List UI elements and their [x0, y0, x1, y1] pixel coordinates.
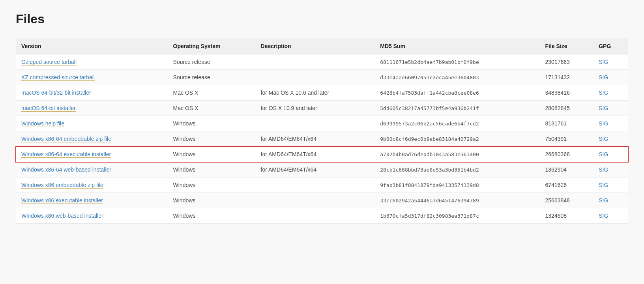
md5-cell: 28cb1c608bbd73ae8e53a3bd351b4bd2 — [374, 162, 539, 178]
gpg-cell[interactable]: SIG — [593, 70, 628, 85]
sig-link[interactable]: SIG — [599, 105, 608, 111]
os-cell: Windows — [168, 147, 255, 162]
md5-cell: 5dd605c38217a45773bf5e4a936b241f — [374, 101, 539, 116]
md5-cell: 9b00c8cf6d9ec0b9abe83184a40729a2 — [374, 131, 539, 147]
files-table: Version Operating System Description MD5… — [16, 38, 628, 224]
table-row: Windows x86 executable installerWindows3… — [16, 193, 628, 208]
sig-link[interactable]: SIG — [599, 59, 608, 65]
version-link[interactable]: macOS 64-bit installer — [21, 105, 76, 112]
sig-link[interactable]: SIG — [599, 213, 608, 219]
os-cell: Windows — [168, 162, 255, 178]
os-cell: Windows — [168, 178, 255, 193]
version-cell[interactable]: Windows x86 web-based installer — [16, 208, 168, 224]
version-link[interactable]: Windows help file — [21, 120, 64, 127]
md5-cell: 9fab3b81f8841879fda94133574139d8 — [374, 178, 539, 193]
sig-link[interactable]: SIG — [599, 136, 608, 142]
gpg-cell[interactable]: SIG — [593, 193, 628, 208]
sig-link[interactable]: SIG — [599, 182, 608, 188]
sig-link[interactable]: SIG — [599, 120, 608, 127]
col-description: Description — [255, 38, 375, 54]
gpg-cell[interactable]: SIG — [593, 131, 628, 147]
sig-link[interactable]: SIG — [599, 90, 608, 96]
table-row: XZ compressed source tarballSource relea… — [16, 70, 628, 85]
size-cell: 28082845 — [540, 101, 593, 116]
sig-link[interactable]: SIG — [599, 151, 608, 157]
version-link[interactable]: Windows x86 embeddable zip file — [21, 182, 103, 189]
col-gpg: GPG — [593, 38, 628, 54]
table-row: Windows help fileWindowsd63999573a2c06b2… — [16, 116, 628, 131]
gpg-cell[interactable]: SIG — [593, 162, 628, 178]
col-version: Version — [16, 38, 168, 54]
md5-cell: d63999573a2c06b2ac56cade6b4f7cd2 — [374, 116, 539, 131]
version-cell[interactable]: macOS 64-bit installer — [16, 101, 168, 116]
gpg-cell[interactable]: SIG — [593, 178, 628, 193]
md5-cell: 6428b4fa7583daff1a442cba8cee08e6 — [374, 85, 539, 101]
description-cell — [255, 116, 375, 131]
sig-link[interactable]: SIG — [599, 74, 608, 80]
gpg-cell[interactable]: SIG — [593, 208, 628, 224]
table-row: Windows x86 web-based installerWindows1b… — [16, 208, 628, 224]
os-cell: Source release — [168, 70, 255, 85]
description-cell: for AMD64/EM64T/x64 — [255, 147, 375, 162]
version-link[interactable]: Windows x86-64 executable installer — [21, 151, 111, 158]
version-cell[interactable]: Windows x86 embeddable zip file — [16, 178, 168, 193]
version-cell[interactable]: Windows help file — [16, 116, 168, 131]
os-cell: Windows — [168, 208, 255, 224]
version-cell[interactable]: Windows x86 executable installer — [16, 193, 168, 208]
description-cell — [255, 178, 375, 193]
size-cell: 34898416 — [540, 85, 593, 101]
md5-cell: d33e4aae66097051c2eca45ee3604803 — [374, 70, 539, 85]
md5-cell: 33cc602942a54446a3d6451476394789 — [374, 193, 539, 208]
description-cell: for OS X 10.9 and later — [255, 101, 375, 116]
table-body: Gzipped source tarballSource release6811… — [16, 54, 628, 224]
size-cell: 23017663 — [540, 54, 593, 70]
gpg-cell[interactable]: SIG — [593, 101, 628, 116]
table-row: Gzipped source tarballSource release6811… — [16, 54, 628, 70]
version-cell[interactable]: Windows x86-64 executable installer — [16, 147, 168, 162]
gpg-cell[interactable]: SIG — [593, 54, 628, 70]
col-size: File Size — [540, 38, 593, 54]
sig-link[interactable]: SIG — [599, 197, 608, 204]
size-cell: 1324608 — [540, 208, 593, 224]
table-header-row: Version Operating System Description MD5… — [16, 38, 628, 54]
version-link[interactable]: macOS 64-bit/32-bit installer — [21, 90, 91, 96]
md5-cell: 68111671e5b2db4aef7b9ab01bf0f9be — [374, 54, 539, 70]
col-os: Operating System — [168, 38, 255, 54]
version-link[interactable]: Windows x86-64 embeddable zip file — [21, 136, 111, 142]
os-cell: Source release — [168, 54, 255, 70]
size-cell: 1362904 — [540, 162, 593, 178]
size-cell: 25663848 — [540, 193, 593, 208]
version-cell[interactable]: XZ compressed source tarball — [16, 70, 168, 85]
description-cell: for Mac OS X 10.6 and later — [255, 85, 375, 101]
size-cell: 17131432 — [540, 70, 593, 85]
os-cell: Windows — [168, 116, 255, 131]
os-cell: Mac OS X — [168, 101, 255, 116]
description-cell: for AMD64/EM64T/x64 — [255, 131, 375, 147]
version-link[interactable]: Gzipped source tarball — [21, 59, 77, 65]
description-cell — [255, 70, 375, 85]
description-cell: for AMD64/EM64T/x64 — [255, 162, 375, 178]
size-cell: 6741626 — [540, 178, 593, 193]
version-cell[interactable]: macOS 64-bit/32-bit installer — [16, 85, 168, 101]
os-cell: Mac OS X — [168, 85, 255, 101]
os-cell: Windows — [168, 193, 255, 208]
table-row: Windows x86-64 embeddable zip fileWindow… — [16, 131, 628, 147]
table-row: Windows x86-64 web-based installerWindow… — [16, 162, 628, 178]
version-link[interactable]: XZ compressed source tarball — [21, 74, 95, 81]
gpg-cell[interactable]: SIG — [593, 147, 628, 162]
size-cell: 7504391 — [540, 131, 593, 147]
version-link[interactable]: Windows x86 executable installer — [21, 197, 103, 204]
description-cell — [255, 193, 375, 208]
os-cell: Windows — [168, 131, 255, 147]
gpg-cell[interactable]: SIG — [593, 85, 628, 101]
version-cell[interactable]: Windows x86-64 web-based installer — [16, 162, 168, 178]
size-cell: 26680368 — [540, 147, 593, 162]
md5-cell: a702b4b0ad76debdb3043a583e563400 — [374, 147, 539, 162]
version-cell[interactable]: Windows x86-64 embeddable zip file — [16, 131, 168, 147]
version-link[interactable]: Windows x86-64 web-based installer — [21, 166, 111, 173]
sig-link[interactable]: SIG — [599, 166, 608, 173]
table-row: Windows x86-64 executable installerWindo… — [16, 147, 628, 162]
gpg-cell[interactable]: SIG — [593, 116, 628, 131]
version-link[interactable]: Windows x86 web-based installer — [21, 213, 103, 219]
version-cell[interactable]: Gzipped source tarball — [16, 54, 168, 70]
